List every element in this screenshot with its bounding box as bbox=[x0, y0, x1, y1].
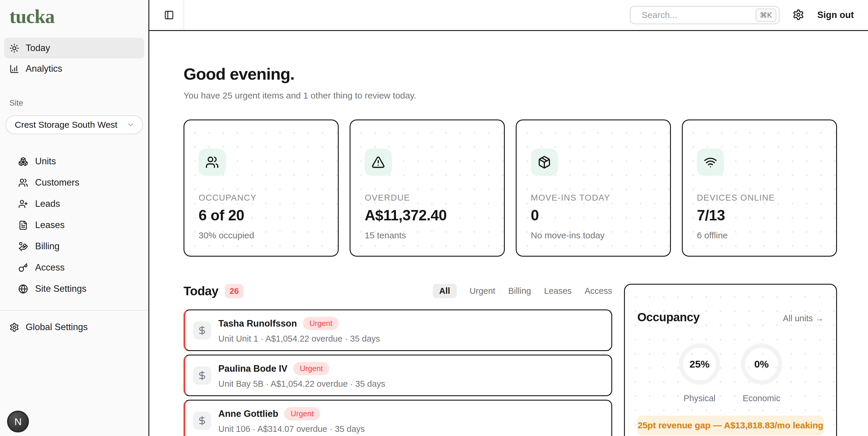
search-box[interactable]: ⌘K bbox=[630, 6, 779, 24]
sidebar-item-label: Global Settings bbox=[26, 322, 88, 333]
search-input[interactable] bbox=[642, 10, 755, 20]
stat-label: OVERDUE bbox=[365, 193, 504, 203]
alert-triangle-icon bbox=[365, 149, 392, 176]
users-icon bbox=[18, 178, 28, 188]
stat-card-occupancy: OCCUPANCY 6 of 20 30% occupied bbox=[184, 120, 339, 257]
site-select-value: Crest Storage South West bbox=[15, 120, 117, 130]
package-icon bbox=[531, 149, 558, 176]
sidebar-item-label: Leases bbox=[35, 220, 65, 230]
sidebar-item-billing[interactable]: Billing bbox=[4, 236, 144, 257]
site-select[interactable]: Crest Storage South West bbox=[5, 115, 143, 134]
stat-value: 0 bbox=[531, 207, 670, 224]
boxes-icon bbox=[18, 157, 28, 166]
topbar: ⌘K Sign out bbox=[149, 0, 868, 31]
ring-physical: 25% Physical bbox=[679, 343, 720, 403]
stat-sub: 6 offline bbox=[697, 230, 836, 241]
sidebar-item-site-settings[interactable]: Site Settings bbox=[4, 278, 144, 300]
users-icon bbox=[198, 149, 226, 176]
search-shortcut-badge: ⌘K bbox=[755, 8, 776, 22]
stat-sub: 30% occupied bbox=[198, 230, 338, 241]
urgent-badge: Urgent bbox=[284, 407, 320, 421]
sidebar-item-label: Site Settings bbox=[35, 283, 87, 294]
page-content: Good evening. You have 25 urgent items a… bbox=[149, 31, 868, 436]
task-name: Tasha Runolfsson bbox=[218, 318, 297, 329]
ring-label: Physical bbox=[684, 394, 715, 403]
revenue-gap-alert: 25pt revenue gap — A$13,818.83/mo leakin… bbox=[637, 416, 824, 435]
wifi-icon bbox=[697, 149, 724, 176]
today-title: Today bbox=[184, 284, 218, 298]
file-text-icon bbox=[18, 220, 28, 230]
user-block: N dev-f2824265@example.com bbox=[7, 411, 111, 436]
task-meta: Unit Bay 5B · A$1,054.22 overdue · 35 da… bbox=[218, 379, 385, 389]
sidebar-item-label: Access bbox=[35, 262, 65, 273]
key-icon bbox=[18, 263, 28, 273]
stat-card-devices: DEVICES ONLINE 7/13 6 offline bbox=[682, 120, 837, 257]
hand-coins-icon bbox=[18, 242, 28, 251]
ring-value: 0% bbox=[754, 359, 769, 370]
sidebar-item-label: Analytics bbox=[26, 63, 62, 74]
sidebar-item-customers[interactable]: Customers bbox=[4, 172, 144, 193]
today-filters: All Urgent Billing Leases Access bbox=[433, 284, 612, 298]
sidebar-item-label: Leads bbox=[35, 198, 60, 209]
sidebar-item-access[interactable]: Access bbox=[4, 257, 144, 278]
greeting-title: Good evening. bbox=[184, 64, 837, 84]
stat-sub: No move-ins today bbox=[531, 230, 670, 241]
occupancy-panel: Occupancy All units → 25% Physical 0 bbox=[624, 284, 837, 436]
chevron-down-icon bbox=[127, 121, 135, 129]
sidebar-item-label: Units bbox=[35, 156, 56, 167]
sidebar-item-today[interactable]: Today bbox=[4, 38, 144, 58]
stat-sub: 15 tenants bbox=[365, 230, 504, 241]
greeting-subtitle: You have 25 urgent items and 1 other thi… bbox=[184, 91, 837, 101]
stat-label: DEVICES ONLINE bbox=[697, 193, 836, 203]
stat-value: 7/13 bbox=[697, 207, 836, 224]
filter-tab-access[interactable]: Access bbox=[585, 286, 612, 296]
urgent-badge: Urgent bbox=[303, 317, 339, 330]
user-plus-icon bbox=[18, 199, 28, 209]
task-item[interactable]: Tasha Runolfsson Urgent Unit Unit 1 · A$… bbox=[184, 309, 612, 351]
ring-gauge: 25% bbox=[679, 343, 720, 385]
stat-card-overdue: OVERDUE A$11,372.40 15 tenants bbox=[350, 120, 505, 257]
filter-tab-billing[interactable]: Billing bbox=[508, 286, 531, 296]
dollar-sign-icon bbox=[193, 321, 211, 340]
app-window: tucka Today Analytics Site Crest Storage… bbox=[0, 0, 868, 436]
filter-tab-leases[interactable]: Leases bbox=[544, 286, 572, 296]
sidebar-item-leases[interactable]: Leases bbox=[4, 214, 144, 236]
user-avatar[interactable]: N bbox=[7, 411, 29, 432]
sidebar-item-label: Billing bbox=[35, 241, 60, 252]
site-section-label: Site bbox=[9, 98, 144, 108]
stat-card-move-ins: MOVE-INS TODAY 0 No move-ins today bbox=[516, 120, 671, 257]
sidebar-divider bbox=[0, 310, 148, 311]
task-item[interactable]: Paulina Bode IV Urgent Unit Bay 5B · A$1… bbox=[184, 354, 612, 396]
filter-tab-urgent[interactable]: Urgent bbox=[470, 286, 495, 296]
stat-cards-row: OCCUPANCY 6 of 20 30% occupied OVERDUE A… bbox=[184, 120, 837, 257]
stat-label: MOVE-INS TODAY bbox=[531, 193, 670, 203]
sun-icon bbox=[9, 43, 19, 53]
gear-icon bbox=[9, 322, 19, 332]
ring-label: Economic bbox=[743, 394, 780, 403]
ring-economic: 0% Economic bbox=[741, 343, 782, 403]
main-area: ⌘K Sign out Good evening. You have 25 ur… bbox=[149, 0, 868, 436]
sidebar-item-leads[interactable]: Leads bbox=[4, 193, 144, 214]
occupancy-rings: 25% Physical 0% Economic bbox=[637, 343, 824, 403]
dollar-sign-icon bbox=[193, 411, 211, 430]
task-list: Tasha Runolfsson Urgent Unit Unit 1 · A$… bbox=[184, 309, 612, 436]
sign-out-button[interactable]: Sign out bbox=[817, 10, 854, 20]
sidebar-item-units[interactable]: Units bbox=[4, 151, 144, 172]
occupancy-title: Occupancy bbox=[637, 311, 700, 324]
all-units-link[interactable]: All units → bbox=[783, 314, 824, 323]
settings-button[interactable] bbox=[793, 9, 805, 21]
brand-logo: tucka bbox=[9, 5, 144, 28]
site-nav: Units Customers Leads Leases Billing Acc… bbox=[4, 151, 144, 300]
task-meta: Unit 106 · A$314.07 overdue · 35 days bbox=[218, 424, 365, 434]
today-count-badge: 26 bbox=[225, 284, 243, 298]
primary-nav: Today Analytics bbox=[4, 38, 144, 79]
sidebar-item-analytics[interactable]: Analytics bbox=[4, 58, 144, 79]
panel-left-icon bbox=[164, 10, 174, 20]
sidebar-item-label: Today bbox=[26, 43, 50, 53]
sidebar-toggle-button[interactable] bbox=[163, 9, 175, 21]
filter-tab-all[interactable]: All bbox=[433, 284, 457, 298]
today-section: Today 26 All Urgent Billing Leases Acces… bbox=[184, 284, 612, 436]
stat-label: OCCUPANCY bbox=[198, 193, 338, 203]
sidebar-item-global-settings[interactable]: Global Settings bbox=[4, 316, 144, 338]
task-item[interactable]: Anne Gottlieb Urgent Unit 106 · A$314.07… bbox=[184, 400, 612, 436]
